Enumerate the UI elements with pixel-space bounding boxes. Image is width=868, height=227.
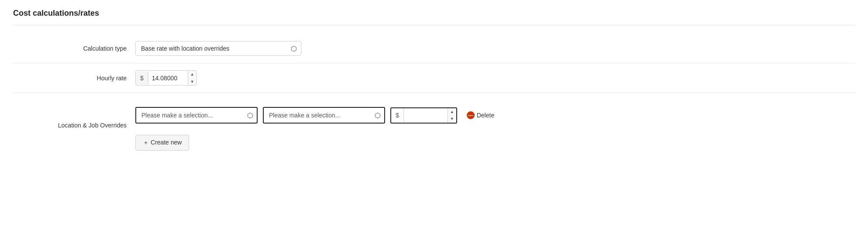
override-rate-spinner: ▲ ▼ <box>448 108 456 123</box>
hourly-rate-row: Hourly rate $ ▲ ▼ <box>13 63 855 93</box>
overrides-form-area: Please make a selection... ⬡ Please make… <box>135 100 499 151</box>
override-select2[interactable]: Please make a selection... <box>263 107 385 124</box>
divider <box>13 25 855 25</box>
override-item-row: Please make a selection... ⬡ Please make… <box>135 100 499 131</box>
create-new-button[interactable]: ＋ Create new <box>135 135 189 151</box>
hourly-rate-input[interactable] <box>148 72 188 85</box>
override-select1-wrapper: Please make a selection... ⬡ <box>135 107 258 124</box>
hourly-rate-control: $ ▲ ▼ <box>135 70 855 86</box>
override-rate-wrapper: $ ▲ ▼ <box>390 107 457 124</box>
hourly-rate-spinner: ▲ ▼ <box>188 71 196 85</box>
location-job-overrides-label: Location & Job Overrides <box>13 122 135 129</box>
override-select2-wrapper: Please make a selection... ⬡ <box>263 107 385 124</box>
calculation-type-select-wrapper: Base rate with location overrides Fixed … <box>135 41 301 56</box>
calculation-type-select[interactable]: Base rate with location overrides Fixed … <box>135 41 301 56</box>
location-job-overrides-row: Location & Job Overrides Please make a s… <box>13 93 855 158</box>
calculation-type-control: Base rate with location overrides Fixed … <box>135 41 855 56</box>
calculation-type-label: Calculation type <box>13 45 135 52</box>
calculation-type-row: Calculation type Base rate with location… <box>13 34 855 63</box>
override-rate-input[interactable] <box>404 108 448 122</box>
delete-icon: — <box>467 111 475 119</box>
delete-button[interactable]: — Delete <box>462 109 499 122</box>
location-job-overrides-control: Please make a selection... ⬡ Please make… <box>135 100 855 151</box>
override-rate-spinner-up[interactable]: ▲ <box>448 108 456 116</box>
override-select1[interactable]: Please make a selection... <box>135 107 258 124</box>
hourly-rate-label: Hourly rate <box>13 75 135 82</box>
hourly-rate-currency-symbol: $ <box>136 72 148 85</box>
hourly-rate-spinner-up[interactable]: ▲ <box>188 71 196 78</box>
override-rate-spinner-down[interactable]: ▼ <box>448 115 456 123</box>
hourly-rate-spinner-down[interactable]: ▼ <box>188 78 196 86</box>
page-title: Cost calculations/rates <box>13 9 855 18</box>
section-content: Cost calculations/rates Calculation type… <box>13 9 855 162</box>
delete-button-label: Delete <box>477 112 494 119</box>
override-rate-currency-symbol: $ <box>391 108 404 122</box>
create-new-label: ＋ Create new <box>143 139 182 147</box>
hourly-rate-wrapper: $ ▲ ▼ <box>135 70 197 86</box>
page-container: Cost calculations/rates Calculation type… <box>0 0 868 227</box>
